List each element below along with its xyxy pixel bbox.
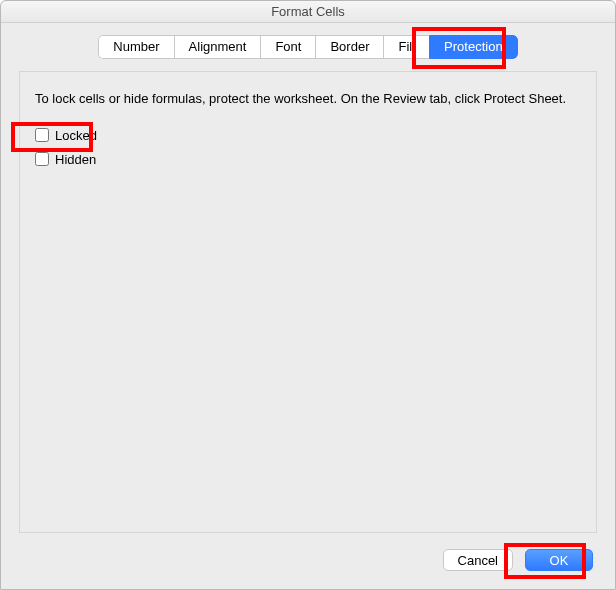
tab-fill[interactable]: Fill: [383, 35, 429, 59]
dialog-body: Number Alignment Font Border Fill Protec…: [1, 23, 615, 589]
tab-number[interactable]: Number: [98, 35, 173, 59]
dialog-button-row: Cancel OK: [443, 549, 593, 571]
hidden-label[interactable]: Hidden: [55, 152, 96, 167]
ok-button[interactable]: OK: [525, 549, 593, 571]
locked-label[interactable]: Locked: [55, 128, 97, 143]
cancel-button[interactable]: Cancel: [443, 549, 513, 571]
segmented-control: Number Alignment Font Border Fill Protec…: [98, 35, 517, 59]
dialog-title: Format Cells: [1, 1, 615, 23]
locked-row: Locked: [35, 125, 581, 145]
protection-panel: To lock cells or hide formulas, protect …: [19, 71, 597, 533]
tab-border[interactable]: Border: [315, 35, 383, 59]
hidden-row: Hidden: [35, 149, 581, 169]
tab-bar: Number Alignment Font Border Fill Protec…: [1, 23, 615, 59]
protection-info-text: To lock cells or hide formulas, protect …: [35, 90, 575, 107]
hidden-checkbox[interactable]: [35, 152, 49, 166]
tab-alignment[interactable]: Alignment: [174, 35, 261, 59]
locked-checkbox[interactable]: [35, 128, 49, 142]
tab-font[interactable]: Font: [260, 35, 315, 59]
tab-protection[interactable]: Protection: [429, 35, 518, 59]
format-cells-dialog: Format Cells Number Alignment Font Borde…: [0, 0, 616, 590]
